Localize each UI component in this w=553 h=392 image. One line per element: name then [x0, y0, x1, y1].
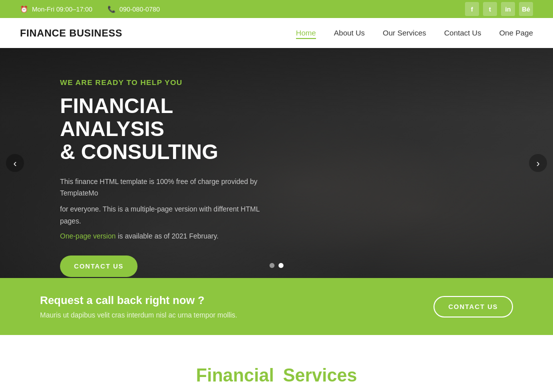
nav-link-contact[interactable]: Contact Us: [444, 28, 481, 37]
navbar: FINANCE BUSINESS Home About Us Our Servi…: [0, 18, 553, 48]
callback-description: Mauris ut dapibus velit cras interdum ni…: [40, 311, 238, 319]
phone-text: 090-080-0780: [120, 6, 160, 13]
services-section: Financial Services ALIQUAM ID URNA IMPER…: [0, 335, 553, 392]
nav-link-about[interactable]: About Us: [334, 28, 365, 37]
one-page-link[interactable]: One-page version: [60, 232, 116, 240]
linkedin-icon[interactable]: in: [501, 2, 515, 16]
hero-link-suffix: is available as of 2021 February.: [118, 232, 218, 240]
hero-link-paragraph: One-page version is available as of 2021…: [60, 232, 270, 240]
hero-description-2: for everyone. This is a multiple-page ve…: [60, 204, 270, 228]
facebook-icon[interactable]: f: [465, 2, 479, 16]
behance-icon[interactable]: Bé: [519, 2, 533, 16]
hero-section: ‹ WE ARE READY TO HELP YOU FINANCIAL ANA…: [0, 48, 553, 278]
nav-link-onepage[interactable]: One Page: [499, 28, 533, 37]
nav-item-services[interactable]: Our Services: [383, 28, 426, 38]
hero-contact-button[interactable]: CONTACT US: [60, 256, 138, 277]
chevron-left-icon: ‹: [14, 158, 17, 169]
nav-links: Home About Us Our Services Contact Us On…: [296, 28, 533, 38]
callback-text: Request a call back right now ? Mauris u…: [40, 294, 238, 319]
slider-next-button[interactable]: ›: [529, 154, 547, 172]
slider-dot-1[interactable]: [270, 263, 274, 268]
social-links: f t in Bé: [465, 2, 533, 16]
nav-link-services[interactable]: Our Services: [383, 28, 426, 37]
hero-title: FINANCIAL ANALYSIS & CONSULTING: [60, 94, 270, 164]
hero-title-line2: & CONSULTING: [60, 140, 218, 164]
services-title-colored: Services: [283, 365, 357, 386]
chevron-right-icon: ›: [536, 158, 540, 169]
slider-prev-button[interactable]: ‹: [6, 154, 24, 172]
callback-section: Request a call back right now ? Mauris u…: [0, 278, 553, 335]
twitter-icon[interactable]: t: [483, 2, 497, 16]
top-bar-left: ⏰ Mon-Fri 09:00–17:00 📞 090-080-0780: [20, 6, 160, 13]
nav-link-home[interactable]: Home: [296, 28, 316, 39]
nav-item-contact[interactable]: Contact Us: [444, 28, 481, 38]
callback-contact-button[interactable]: CONTACT US: [434, 296, 513, 318]
callback-heading: Request a call back right now ?: [40, 294, 238, 307]
slider-dot-2[interactable]: [278, 263, 284, 268]
nav-item-onepage[interactable]: One Page: [499, 28, 533, 38]
hero-title-line1: FINANCIAL ANALYSIS: [60, 94, 173, 140]
site-logo[interactable]: FINANCE BUSINESS: [20, 28, 122, 39]
top-bar: ⏰ Mon-Fri 09:00–17:00 📞 090-080-0780 f t…: [0, 0, 553, 18]
slider-dots: [270, 263, 284, 268]
nav-item-about[interactable]: About Us: [334, 28, 365, 38]
services-title: Financial Services: [20, 365, 533, 386]
business-hours: ⏰ Mon-Fri 09:00–17:00: [20, 6, 92, 13]
hero-description-1: This finance HTML template is 100% free …: [60, 176, 270, 200]
hours-text: Mon-Fri 09:00–17:00: [32, 6, 92, 13]
hero-subtitle: WE ARE READY TO HELP YOU: [60, 78, 270, 86]
clock-icon: ⏰: [20, 6, 28, 13]
hero-content: WE ARE READY TO HELP YOU FINANCIAL ANALY…: [0, 48, 290, 278]
nav-item-home[interactable]: Home: [296, 28, 316, 38]
services-title-plain: Financial: [196, 365, 274, 386]
phone-icon: 📞: [108, 6, 116, 13]
phone-info: 📞 090-080-0780: [108, 6, 160, 13]
